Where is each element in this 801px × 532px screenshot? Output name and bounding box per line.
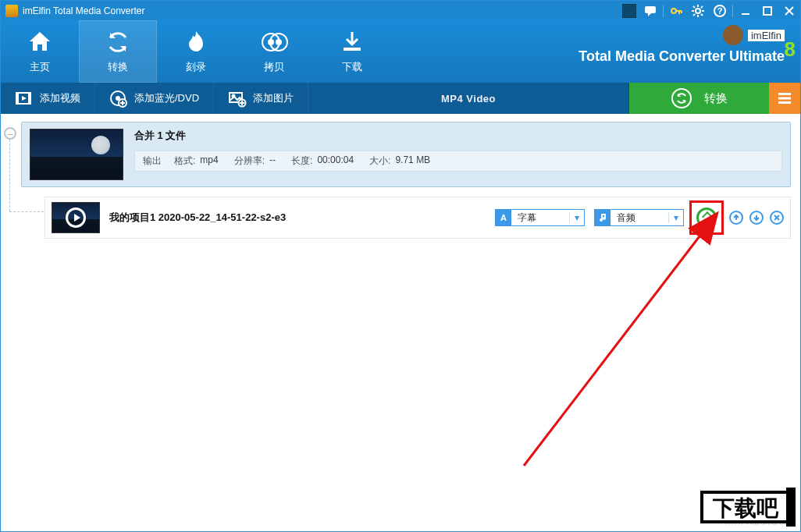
titlebar-key-icon[interactable] xyxy=(665,1,687,20)
convert-icon xyxy=(105,29,131,55)
merge-thumbnail xyxy=(30,129,123,180)
audio-select[interactable]: 音频 ▾ xyxy=(594,209,684,226)
svg-rect-14 xyxy=(764,7,771,15)
flame-icon xyxy=(183,29,209,55)
brand-product: Total Media Converter Ultimate 8 xyxy=(578,48,785,65)
file-thumbnail[interactable] xyxy=(52,202,100,233)
svg-rect-24 xyxy=(28,93,30,104)
svg-point-26 xyxy=(116,97,119,100)
convert-action-icon xyxy=(671,88,692,108)
tab-burn-label: 刻录 xyxy=(186,60,206,74)
download-icon xyxy=(339,29,365,55)
file-name: 我的项目1 2020-05-22_14-51-22-s2-e3 xyxy=(109,211,286,225)
add-image-button[interactable]: 添加图片 xyxy=(214,83,308,114)
add-bluray-label: 添加蓝光/DVD xyxy=(134,91,199,105)
svg-line-9 xyxy=(701,6,703,8)
add-video-button[interactable]: 添加视频 xyxy=(1,83,95,114)
add-video-label: 添加视频 xyxy=(40,91,80,105)
remove-button[interactable] xyxy=(770,211,784,225)
tab-convert-label: 转换 xyxy=(108,60,128,74)
brand-area: imElfin Total Media Converter Ultimate 8 xyxy=(578,25,785,65)
disc-copy-icon xyxy=(261,29,287,55)
titlebar-maximize-button[interactable] xyxy=(756,1,778,20)
convert-button-label: 转换 xyxy=(704,91,728,106)
add-bluray-button[interactable]: 添加蓝光/DVD xyxy=(95,83,214,114)
move-up-button[interactable] xyxy=(729,211,743,225)
audio-select-label: 音频 xyxy=(611,211,668,225)
titlebar-register-icon[interactable] xyxy=(622,4,636,18)
svg-line-8 xyxy=(701,14,703,16)
tab-download-label: 下载 xyxy=(342,60,362,74)
svg-rect-0 xyxy=(645,6,656,13)
svg-point-20 xyxy=(276,40,281,44)
merge-group[interactable]: 合并 1 文件 输出 格式: mp4 分辨率: -- 长度: 00:00:04 … xyxy=(21,122,791,187)
app-icon xyxy=(5,5,18,17)
image-plus-icon xyxy=(228,90,245,107)
edit-icon xyxy=(696,207,717,228)
svg-point-2 xyxy=(696,9,700,13)
chevron-down-icon: ▾ xyxy=(668,212,683,223)
home-icon xyxy=(27,29,53,55)
brand-name: imElfin xyxy=(748,30,785,41)
titlebar-chat-icon[interactable] xyxy=(639,1,661,20)
svg-text:下载吧: 下载吧 xyxy=(712,496,779,520)
svg-text:?: ? xyxy=(717,6,723,16)
svg-line-40 xyxy=(524,233,702,466)
titlebar-minimize-button[interactable] xyxy=(735,1,756,20)
svg-rect-43 xyxy=(786,488,796,527)
tab-download[interactable]: 下载 xyxy=(313,20,391,83)
disc-plus-icon xyxy=(109,90,126,107)
tab-copy[interactable]: 拷贝 xyxy=(235,20,313,83)
file-row[interactable]: 我的项目1 2020-05-22_14-51-22-s2-e3 A 字幕 ▾ 音… xyxy=(44,197,791,239)
convert-button[interactable]: 转换 xyxy=(628,83,769,114)
titlebar-close-button[interactable] xyxy=(778,1,800,20)
tab-home-label: 主页 xyxy=(30,60,50,74)
music-note-icon xyxy=(595,210,611,225)
tab-convert[interactable]: 转换 xyxy=(79,20,157,83)
tab-home[interactable]: 主页 xyxy=(1,20,79,83)
brand-version-badge: 8 xyxy=(785,37,796,62)
edit-button[interactable] xyxy=(693,204,720,231)
svg-line-7 xyxy=(693,6,695,8)
svg-rect-21 xyxy=(344,48,361,51)
svg-rect-36 xyxy=(778,98,791,100)
timeline-connector xyxy=(9,140,10,211)
svg-rect-35 xyxy=(778,93,791,95)
timeline-connector-h xyxy=(9,211,44,212)
move-down-button[interactable] xyxy=(749,211,764,225)
merge-stats: 输出 格式: mp4 分辨率: -- 长度: 00:00:04 大小: 9.71… xyxy=(134,151,782,172)
svg-rect-37 xyxy=(778,101,791,104)
svg-line-10 xyxy=(693,14,695,16)
titlebar-gear-icon[interactable] xyxy=(687,1,709,20)
play-icon xyxy=(66,207,86,228)
chevron-down-icon: ▾ xyxy=(569,212,584,223)
svg-point-1 xyxy=(671,9,676,13)
window-title: imElfin Total Media Converter xyxy=(23,5,145,16)
output-settings-button[interactable] xyxy=(769,83,800,114)
svg-rect-23 xyxy=(16,93,19,104)
add-image-label: 添加图片 xyxy=(253,91,294,105)
titlebar-help-icon[interactable]: ? xyxy=(709,1,731,20)
filmstrip-icon xyxy=(15,90,32,107)
output-profile[interactable]: MP4 Video xyxy=(308,93,628,105)
subtitle-select-label: 字幕 xyxy=(511,211,569,225)
tab-burn[interactable]: 刻录 xyxy=(157,20,235,83)
timeline-collapse-toggle[interactable] xyxy=(4,127,16,140)
subtitle-icon: A xyxy=(496,210,511,225)
tab-copy-label: 拷贝 xyxy=(264,60,284,74)
merge-title: 合并 1 文件 xyxy=(134,129,782,143)
site-logo: 下载吧 xyxy=(702,488,796,527)
subtitle-select[interactable]: A 字幕 ▾ xyxy=(495,209,585,226)
brand-mascot-icon xyxy=(723,25,743,45)
